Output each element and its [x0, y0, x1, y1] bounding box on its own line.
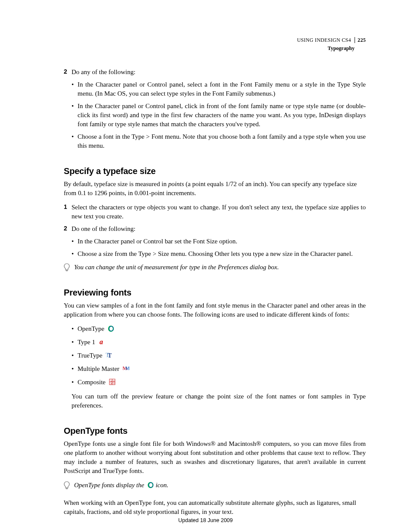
step-item: 2 Do any of the following:	[64, 68, 366, 77]
tip-note: You can change the unit of measurement f…	[64, 263, 366, 272]
opentype-icon	[108, 325, 114, 334]
body-text: By default, typeface size is measured in…	[64, 180, 366, 198]
bullet-list: In the Character panel or Control panel,…	[64, 80, 366, 150]
font-type-item: Composite	[72, 378, 366, 388]
step-number: 1	[64, 203, 67, 212]
composite-icon	[109, 379, 115, 388]
page-header: USING INDESIGN CS4 225 Typography	[297, 37, 366, 52]
heading-opentype-fonts: OpenType fonts	[64, 425, 366, 437]
step-item: 2 Do one of the following:	[64, 224, 366, 233]
opentype-icon	[147, 482, 154, 491]
tip-note: OpenType fonts display the icon.	[64, 481, 366, 491]
font-type-list: OpenType Type 1 TrueType Multiple Master…	[64, 324, 366, 388]
font-type-item: OpenType	[72, 324, 366, 334]
page-footer: Updated 18 June 2009	[0, 517, 411, 525]
lightbulb-icon	[64, 481, 70, 492]
heading-previewing-fonts: Previewing fonts	[64, 286, 366, 299]
step-text: Do any of the following:	[72, 68, 135, 75]
step-number: 2	[64, 224, 67, 233]
step-item: 1 Select the characters or type objects …	[64, 203, 366, 221]
truetype-icon	[106, 352, 112, 361]
bullet-list: In the Character panel or Control bar se…	[64, 237, 366, 258]
bullet-item: Choose a size from the Type > Size menu.…	[72, 249, 366, 258]
lightbulb-icon	[64, 263, 70, 274]
heading-specify-size: Specify a typeface size	[64, 165, 366, 177]
type1-icon	[99, 339, 105, 348]
bullet-item: In the Character panel or Control bar se…	[72, 237, 366, 246]
bullet-item: In the Character panel or Control panel,…	[72, 102, 366, 129]
font-type-item: TrueType	[72, 351, 366, 361]
body-text: When working with an OpenType font, you …	[64, 498, 366, 516]
step-number: 2	[64, 68, 67, 76]
multiple-master-icon	[123, 365, 129, 374]
step-text: Do one of the following:	[72, 225, 135, 232]
bullet-item: In the Character panel or Control panel,…	[72, 80, 366, 98]
body-text: OpenType fonts use a single font file fo…	[64, 439, 366, 476]
page-number: 225	[355, 37, 366, 43]
book-title: USING INDESIGN CS4	[297, 37, 351, 43]
bullet-item: Choose a font in the Type > Font menu. N…	[72, 132, 366, 150]
section-title: Typography	[297, 45, 355, 52]
step-text: Select the characters or type objects yo…	[72, 204, 366, 220]
font-type-item: Type 1	[72, 338, 366, 348]
body-text: You can view samples of a font in the fo…	[64, 301, 366, 319]
body-text: You can turn off the preview feature or …	[72, 392, 366, 410]
font-type-item: Multiple Master	[72, 364, 366, 374]
